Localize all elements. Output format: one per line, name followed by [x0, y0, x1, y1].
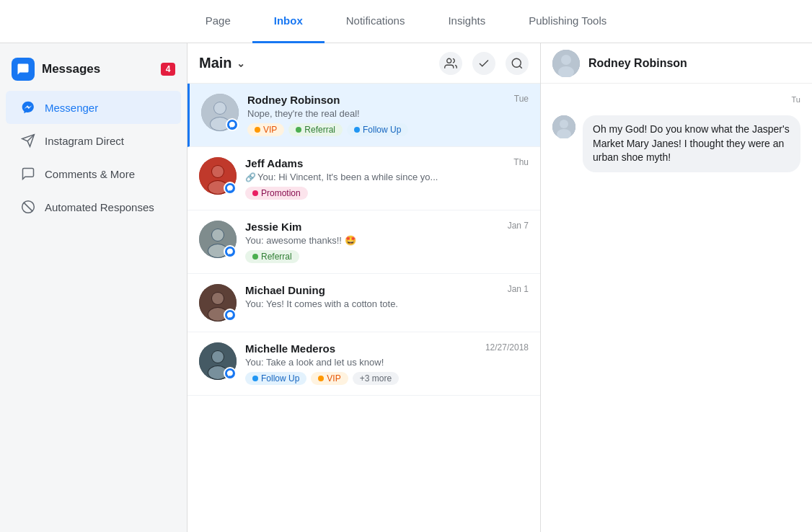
inbox-item-name-rodney: Rodney Robinson [247, 94, 340, 106]
inbox-item-content-michael: Michael Duning Jan 1 You: Yes! It comes … [245, 284, 529, 314]
chat-header: Rodney Robinson [541, 43, 812, 84]
inbox-list: Rodney Robinson Tue Nope, they're the re… [187, 84, 540, 532]
inbox-panel: Main ⌄ [187, 43, 541, 532]
sidebar-item-label-instagram: Instagram Direct [45, 135, 124, 147]
tab-insights[interactable]: Insights [426, 0, 507, 43]
messenger-badge-michael [224, 309, 237, 322]
inbox-item-tags-jeff: Promotion [245, 187, 529, 200]
sidebar-item-comments[interactable]: Comments & More [6, 157, 181, 190]
svg-point-15 [212, 166, 224, 177]
tab-notifications[interactable]: Notifications [325, 0, 427, 43]
chat-body: Tu Oh my God! Do you know what the Jaspe… [541, 84, 812, 532]
tab-inbox[interactable]: Inbox [252, 0, 325, 43]
svg-line-6 [519, 66, 521, 68]
inbox-item-time-jeff: Thu [513, 157, 529, 167]
instagram-direct-icon [20, 133, 36, 148]
tag-dot [252, 190, 258, 196]
tag-referral-jessie[interactable]: Referral [245, 250, 299, 263]
people-icon[interactable] [439, 52, 462, 75]
svg-point-10 [214, 102, 226, 114]
inbox-item-top-jessie: Jessie Kim Jan 7 [245, 221, 529, 233]
svg-line-3 [24, 203, 32, 211]
main-layout: Messages 4 Messenger Instagram Direct [0, 43, 812, 532]
inbox-item-content-jeff: Jeff Adams Thu 🔗You: Hi Vincent, It's be… [245, 157, 529, 200]
inbox-item-name-michael: Michael Duning [245, 284, 325, 296]
sidebar-badge: 4 [161, 63, 175, 76]
top-nav-tabs: Page Inbox Notifications Insights Publis… [184, 0, 629, 43]
inbox-item-time-jessie: Jan 7 [508, 221, 529, 231]
inbox-item-tags-rodney: VIP Referral Follow Up [247, 123, 529, 136]
attachment-icon: 🔗 [245, 172, 256, 182]
sidebar: Messages 4 Messenger Instagram Direct [0, 43, 187, 532]
chat-bubble-1: Oh my God! Do you know what the Jasper's… [583, 115, 800, 172]
messenger-badge-michelle [224, 367, 237, 380]
inbox-item-top-jeff: Jeff Adams Thu [245, 157, 529, 169]
inbox-item-jessie[interactable]: Jessie Kim Jan 7 You: awesome thanks!! 🤩… [187, 210, 540, 274]
inbox-item-content-michelle: Michelle Mederos 12/27/2018 You: Take a … [245, 342, 529, 385]
tag-dot [354, 127, 360, 133]
inbox-item-tags-jessie: Referral [245, 250, 529, 263]
inbox-item-name-jessie: Jessie Kim [245, 221, 301, 233]
svg-point-4 [447, 58, 451, 63]
sidebar-item-automated[interactable]: Automated Responses [6, 190, 181, 223]
inbox-item-michael[interactable]: Michael Duning Jan 1 You: Yes! It comes … [187, 274, 540, 332]
tag-dot [255, 127, 260, 133]
inbox-item-content-jessie: Jessie Kim Jan 7 You: awesome thanks!! 🤩… [245, 221, 529, 263]
avatar-wrap-michael [199, 284, 237, 322]
inbox-title-dropdown[interactable]: Main ⌄ [199, 55, 245, 71]
tag-followup-rodney[interactable]: Follow Up [347, 123, 408, 136]
inbox-title: Main [199, 55, 232, 71]
chevron-down-icon: ⌄ [237, 58, 245, 69]
avatar-wrap-jeff [199, 157, 237, 195]
sidebar-title: Messages [42, 62, 154, 76]
svg-point-20 [212, 229, 224, 241]
messenger-badge-jessie [224, 245, 237, 258]
tag-dot [296, 127, 301, 133]
sidebar-item-messenger[interactable]: Messenger [6, 91, 181, 124]
inbox-item-preview-jeff: 🔗You: Hi Vincent, It's been a while sinc… [245, 172, 529, 182]
inbox-item-preview-jessie: You: awesome thanks!! 🤩 [245, 235, 529, 246]
avatar-wrap-michelle [199, 342, 237, 380]
comments-icon [20, 166, 36, 182]
inbox-header-actions [439, 52, 529, 75]
inbox-item-time-michelle: 12/27/2018 [485, 342, 529, 353]
tag-followup-michelle[interactable]: Follow Up [245, 372, 306, 385]
inbox-item-jeff[interactable]: Jeff Adams Thu 🔗You: Hi Vincent, It's be… [187, 147, 540, 210]
inbox-item-preview-michelle: You: Take a look and let us know! [245, 357, 529, 368]
svg-point-30 [212, 351, 224, 363]
messenger-icon [20, 99, 36, 115]
inbox-item-tags-michelle: Follow Up VIP +3 more [245, 372, 529, 385]
inbox-item-michelle[interactable]: Michelle Mederos 12/27/2018 You: Take a … [187, 332, 540, 396]
messenger-badge-rodney [226, 118, 239, 131]
search-icon[interactable] [506, 52, 529, 75]
sidebar-item-label-messenger: Messenger [45, 102, 98, 114]
tag-promotion-jeff[interactable]: Promotion [245, 187, 308, 200]
svg-point-36 [560, 120, 568, 128]
avatar-wrap-jessie [199, 221, 237, 258]
inbox-item-preview-rodney: Nope, they're the real deal! [247, 108, 529, 119]
inbox-item-rodney[interactable]: Rodney Robinson Tue Nope, they're the re… [187, 84, 540, 147]
chat-panel: Rodney Robinson Tu Oh my God! Do you kno… [541, 43, 812, 532]
inbox-item-name-michelle: Michelle Mederos [245, 342, 335, 355]
chat-header-avatar [552, 50, 580, 77]
inbox-item-preview-michael: You: Yes! It comes with a cotton tote. [245, 298, 529, 309]
tag-vip-michelle[interactable]: VIP [311, 372, 348, 385]
top-nav: Page Inbox Notifications Insights Publis… [0, 0, 812, 43]
sidebar-item-label-automated: Automated Responses [45, 201, 154, 213]
tag-more-michelle[interactable]: +3 more [353, 372, 399, 385]
tab-page[interactable]: Page [184, 0, 252, 43]
tag-vip-rodney[interactable]: VIP [247, 123, 284, 136]
sidebar-item-instagram[interactable]: Instagram Direct [6, 124, 181, 157]
sidebar-item-label-comments: Comments & More [45, 168, 135, 180]
svg-point-33 [561, 55, 571, 65]
avatar-wrap-rodney [201, 94, 239, 131]
tab-publishing-tools[interactable]: Publishing Tools [507, 0, 628, 43]
checkmark-icon[interactable] [472, 52, 495, 75]
inbox-item-time-rodney: Tue [514, 94, 529, 104]
inbox-header: Main ⌄ [187, 43, 540, 84]
tag-dot [252, 254, 258, 260]
inbox-item-name-jeff: Jeff Adams [245, 157, 303, 169]
tag-referral-rodney[interactable]: Referral [288, 123, 343, 136]
chat-timestamp: Tu [792, 95, 800, 104]
chat-contact-name: Rodney Robinson [588, 57, 687, 70]
